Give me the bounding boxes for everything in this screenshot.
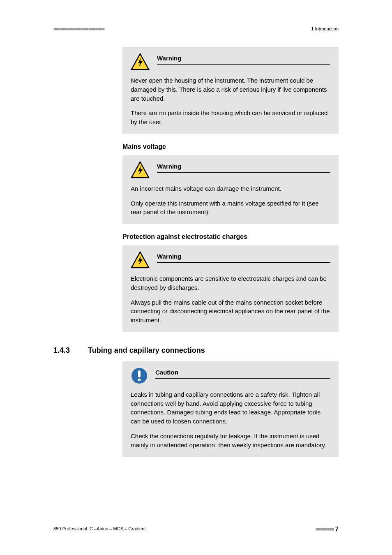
warning-callout-esd: Warning Electronic components are sensit… <box>122 245 339 332</box>
page-header: ■■■■■■■■■■■■■■■■■■■■■■ 1 Introduction <box>53 26 339 31</box>
section-title: Tubing and capillary connections <box>88 346 205 355</box>
svg-point-5 <box>138 379 141 381</box>
page-content: Warning Never open the housing of the in… <box>53 47 339 466</box>
warning-title: Warning <box>157 162 330 173</box>
caution-title: Caution <box>155 368 330 379</box>
section-number: 1.4.3 <box>53 346 78 355</box>
section-heading-row: 1.4.3 Tubing and capillary connections <box>53 346 339 355</box>
subheading-mains-voltage: Mains voltage <box>122 143 339 150</box>
warning-text: Electronic components are sensitive to e… <box>131 274 330 292</box>
warning-electrical-icon <box>131 251 150 268</box>
warning-electrical-icon <box>131 53 150 70</box>
warning-callout-mains: Warning An incorrect mains voltage can d… <box>122 155 339 224</box>
warning-text: There are no parts inside the housing wh… <box>131 109 330 127</box>
caution-text: Check the connections regularly for leak… <box>131 432 330 450</box>
svg-rect-4 <box>138 370 141 377</box>
warning-text: An incorrect mains voltage can damage th… <box>131 184 330 193</box>
caution-info-icon <box>131 367 148 384</box>
footer-ornament: ■■■■■■■■ <box>315 527 334 532</box>
footer-product: 850 Professional IC –Anion – MCS – Gradi… <box>53 526 145 531</box>
warning-title: Warning <box>157 252 330 263</box>
page-footer: 850 Professional IC –Anion – MCS – Gradi… <box>53 525 339 532</box>
caution-text: Leaks in tubing and capillary connection… <box>131 390 330 426</box>
warning-text: Only operate this instrument with a main… <box>131 199 330 217</box>
warning-text: Always pull the mains cable out of the m… <box>131 298 330 325</box>
warning-callout-housing: Warning Never open the housing of the in… <box>122 47 339 134</box>
header-chapter: 1 Introduction <box>311 26 339 31</box>
footer-page-number: 7 <box>335 525 339 532</box>
header-ornament: ■■■■■■■■■■■■■■■■■■■■■■ <box>53 26 104 31</box>
caution-callout-tubing: Caution Leaks in tubing and capillary co… <box>122 361 339 457</box>
subheading-esd: Protection against electrostatic charges <box>122 233 339 240</box>
warning-title: Warning <box>157 54 330 65</box>
warning-text: Never open the housing of the instrument… <box>131 76 330 103</box>
warning-electrical-icon <box>131 161 150 178</box>
